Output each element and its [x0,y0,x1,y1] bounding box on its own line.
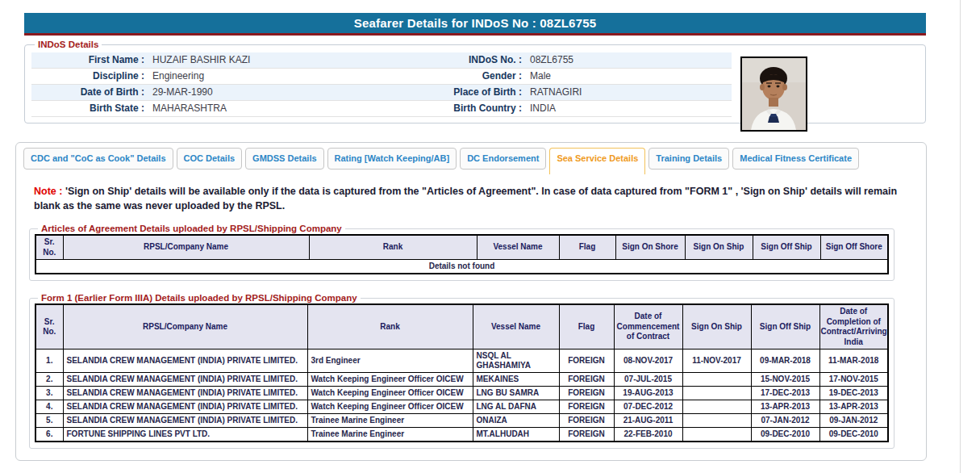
table-cell: 13-APR-2013 [751,400,819,414]
tab-training-details[interactable]: Training Details [648,148,729,170]
table-cell: 3rd Engineer [307,350,473,373]
table-row: 2.SELANDIA CREW MANAGEMENT (INDIA) PRIVA… [35,373,888,387]
table-cell: 5. [35,414,63,428]
table-cell: Watch Keeping Engineer Officer OICEW [307,387,473,400]
page-title: Seafarer Details for INDoS No : 08ZL6755 [24,13,926,36]
column-header: Flag [559,235,615,260]
table-cell [682,414,751,428]
field-label: Discipline : [31,69,151,84]
table-cell: 07-DEC-2012 [614,400,682,414]
table-cell: 3. [35,387,63,400]
table-cell: LNG AL DAFNA [473,400,559,414]
field-value: 29-MAR-1990 [151,85,367,100]
column-header: Sign On Ship [685,235,753,260]
column-header: Sr. No. [35,304,63,350]
column-header: Vessel Name [473,304,559,350]
tab-gmdss-details[interactable]: GMDSS Details [245,148,323,170]
field-value: Engineering [151,69,367,84]
table-cell: Watch Keeping Engineer Officer OICEW [307,400,473,414]
tab-bar: CDC and "CoC as Cook" DetailsCOC Details… [16,143,926,175]
table-cell: 09-DEC-2010 [819,428,888,442]
field-value: Male [528,69,732,84]
note-text: Note : 'Sign on Ship' details will be av… [34,185,913,213]
table-cell: FOREIGN [559,350,614,373]
tab-sea-service-details[interactable]: Sea Service Details [549,148,645,174]
column-header: Vessel Name [477,235,559,260]
table-cell: 08-NOV-2017 [614,350,682,373]
table-row: 1.SELANDIA CREW MANAGEMENT (INDIA) PRIVA… [35,350,888,373]
column-header: Date of Completion of Contract/Arriving … [819,304,888,350]
table-cell: 19-AUG-2013 [614,387,682,400]
articles-table-body: Details not found [35,260,888,274]
table-cell: 15-NOV-2015 [751,373,819,387]
table-cell: Trainee Marine Engineer [307,428,473,442]
table-cell: 07-JUL-2015 [614,373,682,387]
indos-details-section: INDoS Details First Name :HUZAIF BASHIR … [24,40,926,123]
table-cell [682,400,751,414]
tab-medical-fitness-certificate[interactable]: Medical Fitness Certificate [732,148,859,170]
column-header: RPSL/Company Name [63,235,309,260]
field-value: 08ZL6755 [528,52,732,68]
field-row: First Name :HUZAIF BASHIR KAZIINDoS No. … [31,52,732,69]
table-cell: FOREIGN [559,387,614,400]
table-row: 6.FORTUNE SHIPPING LINES PVT LTD.Trainee… [35,428,888,442]
field-value: INDIA [528,101,732,116]
table-row: 3.SELANDIA CREW MANAGEMENT (INDIA) PRIVA… [35,387,888,400]
field-row: Discipline :EngineeringGender :Male [31,69,732,85]
details-not-found-message: Details not found [35,260,888,274]
indos-field-rows: First Name :HUZAIF BASHIR KAZIINDoS No. … [31,52,732,117]
column-header: Sign On Ship [682,304,751,350]
field-row: Birth State :MAHARASHTRABirth Country :I… [31,101,732,117]
table-cell: 1. [35,350,63,373]
tab-rating-watch-keeping-ab[interactable]: Rating [Watch Keeping/AB] [327,148,457,170]
seafarer-photo-image [742,58,806,130]
tab-cdc-and-coc-as-cook-details[interactable]: CDC and "CoC as Cook" Details [23,148,173,170]
column-header: Flag [559,304,614,350]
table-cell: FOREIGN [559,414,614,428]
column-header: Rank [307,304,473,350]
indos-details-legend: INDoS Details [35,40,102,49]
seafarer-photo [740,57,807,132]
field-label: Gender : [367,69,528,84]
table-row: 5.SELANDIA CREW MANAGEMENT (INDIA) PRIVA… [35,414,888,428]
column-header: Sign Off Ship [751,304,819,350]
table-cell: LNG BU SAMRA [473,387,559,400]
tab-coc-details[interactable]: COC Details [177,148,243,170]
field-value: HUZAIF BASHIR KAZI [151,52,367,68]
field-label: Place of Birth : [367,85,528,100]
field-label: Date of Birth : [31,85,151,100]
table-cell: 21-AUG-2011 [614,414,682,428]
form1-table-body: 1.SELANDIA CREW MANAGEMENT (INDIA) PRIVA… [35,350,888,442]
table-row: Details not found [35,260,888,274]
table-cell: SELANDIA CREW MANAGEMENT (INDIA) PRIVATE… [63,414,307,428]
table-cell: 2. [35,373,63,387]
table-cell: NSQL AL GHASHAMIYA [473,350,559,373]
table-cell: Watch Keeping Engineer Officer OICEW [307,373,473,387]
field-label: INDoS No. : [367,52,528,68]
table-cell: 11-NOV-2017 [682,350,751,373]
table-cell: ONAIZA [473,414,559,428]
table-header-row: Sr. No.RPSL/Company NameRankVessel NameF… [35,304,888,350]
table-cell [682,373,751,387]
table-cell: 13-APR-2013 [819,400,888,414]
form1-details-table: Sr. No.RPSL/Company NameRankVessel NameF… [35,303,889,442]
table-cell: SELANDIA CREW MANAGEMENT (INDIA) PRIVATE… [63,373,307,387]
form1-details-section: Form 1 (Earlier Form IIIA) Details uploa… [29,293,895,449]
table-cell: SELANDIA CREW MANAGEMENT (INDIA) PRIVATE… [63,400,307,414]
column-header: Sign Off Shore [820,235,888,260]
column-header: Rank [309,235,477,260]
table-cell: FORTUNE SHIPPING LINES PVT LTD. [63,428,307,442]
table-cell [682,428,751,442]
table-cell: MEKAINES [473,373,559,387]
table-cell: Trainee Marine Engineer [307,414,473,428]
field-label: Birth Country : [367,101,528,116]
table-cell: FOREIGN [559,373,614,387]
table-cell: 17-DEC-2013 [751,387,819,400]
field-value: MAHARASHTRA [151,101,367,116]
table-cell [682,387,751,400]
field-label: Birth State : [31,101,151,116]
tab-dc-endorsement[interactable]: DC Endorsement [460,148,546,170]
table-row: 4.SELANDIA CREW MANAGEMENT (INDIA) PRIVA… [35,400,888,414]
column-header: RPSL/Company Name [63,304,307,350]
table-cell: MT.ALHUDAH [473,428,559,442]
